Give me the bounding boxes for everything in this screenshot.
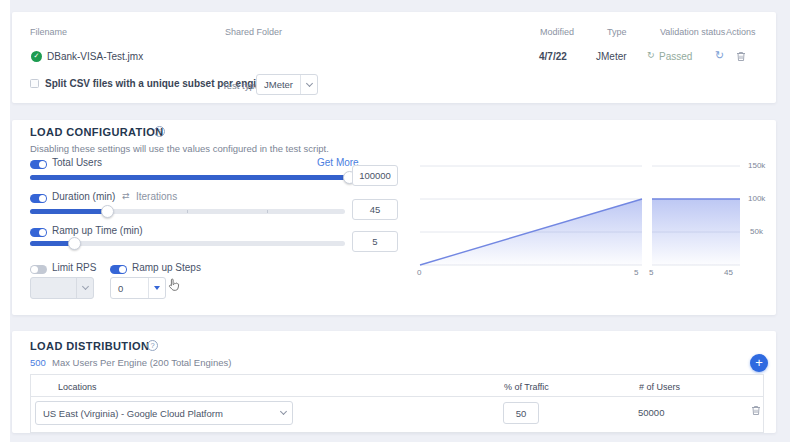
total-users-label: Total Users	[52, 157, 102, 168]
location-value: US East (Virginia) - Google Cloud Platfo…	[36, 408, 275, 419]
total-users-input[interactable]	[352, 165, 398, 186]
duration-label: Duration (min)	[52, 191, 115, 202]
validation-refresh-icon: ↻	[647, 50, 655, 60]
cursor-pointer-icon	[168, 278, 180, 296]
limit-rps-toggle[interactable]	[30, 265, 47, 274]
test-type-dropdown[interactable]: JMeter	[256, 74, 318, 95]
ramp-up-steps-toggle[interactable]	[110, 265, 127, 274]
ytick-150k: 150k	[748, 161, 765, 170]
load-configuration-subtitle: Disabling these settings will use the va…	[30, 143, 329, 154]
col-validation-status: Validation status	[660, 27, 725, 37]
add-location-button[interactable]: +	[750, 354, 768, 372]
load-distribution-title: LOAD DISTRIBUTION	[30, 340, 149, 352]
duration-toggle[interactable]	[30, 194, 47, 203]
load-distribution-card: LOAD DISTRIBUTION ? 500 Max Users Per En…	[12, 331, 776, 433]
chevron-down-icon	[275, 402, 292, 424]
chevron-down-icon	[300, 75, 317, 94]
chevron-down-icon	[76, 278, 93, 298]
col-type: Type	[607, 27, 627, 37]
ramp-up-time-label: Ramp up Time (min)	[52, 225, 143, 236]
ramp-up-time-toggle[interactable]	[30, 228, 47, 237]
xtick-ramp-start: 0	[417, 268, 421, 277]
ramp-up-time-input[interactable]	[352, 231, 398, 252]
file-type: JMeter	[596, 51, 627, 62]
load-configuration-card: LOAD CONFIGURATION ? Disabling these set…	[12, 120, 776, 315]
locations-table: Locations % of Traffic # of Users US Eas…	[30, 374, 764, 433]
ramp-up-steps-value: 0	[111, 283, 148, 294]
max-users-link[interactable]: 500	[30, 357, 46, 368]
file-table-card: Filename Shared Folder Modified Type Val…	[12, 12, 776, 103]
file-name[interactable]: DBank-VISA-Test.jmx	[47, 51, 143, 62]
ytick-50k: 50k	[750, 227, 763, 236]
col-traffic: % of Traffic	[504, 382, 549, 392]
total-users-slider[interactable]	[30, 175, 345, 180]
file-modified: 4/7/22	[539, 51, 567, 62]
col-modified: Modified	[540, 27, 574, 37]
duration-input[interactable]	[352, 199, 398, 220]
chevron-down-icon	[148, 278, 165, 298]
ytick-100k: 100k	[748, 194, 765, 203]
validation-status-badge: Passed	[659, 51, 692, 62]
limit-rps-select	[30, 277, 94, 299]
col-filename: Filename	[30, 27, 67, 37]
users-count: 50000	[638, 407, 664, 418]
test-type-value: JMeter	[257, 79, 300, 90]
split-csv-checkbox[interactable]	[30, 79, 39, 88]
total-users-toggle[interactable]	[30, 160, 47, 169]
ramp-up-steps-label: Ramp up Steps	[132, 262, 201, 273]
max-users-text: Max Users Per Engine (200 Total Engines)	[52, 357, 231, 368]
revalidate-icon[interactable]: ↻	[715, 49, 724, 62]
xtick-steady-start: 5	[649, 268, 653, 277]
col-locations: Locations	[58, 382, 97, 392]
xtick-ramp-end: 5	[634, 268, 638, 277]
locations-table-header: Locations % of Traffic # of Users	[31, 375, 763, 397]
file-delete-icon[interactable]	[736, 51, 746, 62]
col-shared-folder: Shared Folder	[225, 27, 282, 37]
limit-rps-label: Limit RPS	[52, 262, 96, 273]
ramp-up-time-slider-handle[interactable]	[68, 237, 81, 250]
traffic-percent-input[interactable]	[503, 402, 539, 424]
help-icon[interactable]: ?	[154, 126, 165, 137]
ramp-up-steps-stepper[interactable]: 0	[110, 277, 166, 299]
duration-slider-handle[interactable]	[101, 205, 114, 218]
load-configuration-title: LOAD CONFIGURATION	[30, 126, 164, 138]
steady-area	[652, 199, 740, 265]
help-icon[interactable]: ?	[147, 340, 158, 351]
row-delete-icon[interactable]	[751, 405, 761, 416]
ramp-up-time-slider[interactable]	[30, 241, 345, 246]
iterations-label[interactable]: Iterations	[136, 191, 177, 202]
file-valid-icon: ✓	[31, 51, 42, 62]
xtick-steady-end: 45	[724, 268, 733, 277]
col-users: # of Users	[639, 382, 680, 392]
col-actions: Actions	[726, 27, 756, 37]
swap-icon[interactable]: ⇄	[122, 191, 130, 201]
ramp-up-chart	[412, 150, 777, 280]
location-dropdown[interactable]: US East (Virginia) - Google Cloud Platfo…	[35, 401, 293, 425]
duration-slider[interactable]	[30, 209, 345, 214]
